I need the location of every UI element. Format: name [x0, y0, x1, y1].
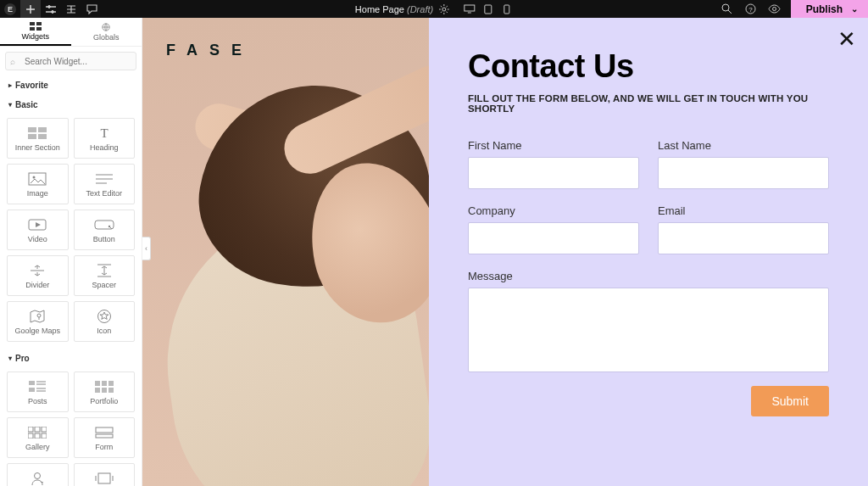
widget-image[interactable]: Image	[7, 164, 69, 204]
first-name-field[interactable]	[468, 157, 639, 189]
svg-text:?: ?	[748, 6, 753, 14]
svg-rect-37	[42, 427, 47, 432]
editor-canvas: FASE ‹ ✕ Contact Us FILL OUT THE FORM BE…	[142, 18, 868, 486]
svg-rect-11	[36, 22, 42, 25]
message-label: Message	[468, 270, 829, 282]
svg-point-9	[773, 8, 776, 11]
preview-icon[interactable]	[767, 4, 782, 14]
section-pro[interactable]: ▾Pro	[0, 349, 142, 368]
svg-rect-40	[42, 433, 47, 439]
tab-globals[interactable]: Globals	[71, 18, 142, 46]
topbar-center: Home Page (Draft)	[355, 4, 513, 14]
notes-button[interactable]	[81, 0, 102, 18]
svg-rect-16	[38, 127, 47, 132]
last-name-label: Last Name	[658, 139, 829, 152]
svg-rect-32	[95, 388, 100, 393]
company-field[interactable]	[468, 222, 639, 254]
finder-icon[interactable]	[720, 3, 735, 14]
contact-popup: ✕ Contact Us FILL OUT THE FORM BELOW, AN…	[429, 18, 868, 486]
publish-label: Publish	[806, 3, 843, 15]
widget-form[interactable]: Form	[74, 417, 136, 458]
responsive-icons	[464, 4, 513, 14]
svg-rect-42	[96, 434, 113, 438]
svg-rect-15	[28, 127, 36, 132]
email-field[interactable]	[658, 222, 829, 254]
chevron-down-icon[interactable]: ⌄	[851, 4, 858, 14]
svg-rect-33	[102, 388, 107, 393]
contact-subtitle: FILL OUT THE FORM BELOW, AND WE WILL GET…	[468, 93, 829, 114]
svg-rect-27	[29, 381, 35, 385]
company-label: Company	[468, 204, 639, 217]
widget-spacer[interactable]: Spacer	[74, 255, 136, 296]
svg-point-2	[442, 8, 446, 11]
svg-rect-20	[29, 173, 46, 185]
brand-logo: FASE	[166, 42, 253, 59]
widget-icon[interactable]: Icon	[74, 301, 136, 342]
tablet-icon[interactable]	[482, 4, 494, 14]
widget-divider[interactable]: Divider	[7, 255, 69, 296]
basic-widgets-grid: Inner Section THeading Image Text Editor…	[0, 115, 142, 349]
tab-widgets[interactable]: Widgets	[0, 18, 71, 46]
model-figure	[142, 18, 429, 486]
svg-rect-38	[28, 433, 33, 439]
section-basic[interactable]: ▾Basic	[0, 95, 142, 115]
widget-text-editor[interactable]: Text Editor	[74, 164, 136, 204]
widget-portfolio[interactable]: Portfolio	[74, 371, 136, 412]
email-label: Email	[658, 204, 829, 217]
svg-rect-17	[28, 134, 36, 139]
search-icon: ⌕	[10, 57, 15, 66]
widget-button[interactable]: Button	[74, 209, 136, 250]
mobile-icon[interactable]	[501, 4, 513, 14]
widget-inner-section[interactable]: Inner Section	[7, 118, 69, 159]
widgets-panel: Widgets Globals ⌕ ▸Favorite ▾Basic Inner…	[0, 18, 142, 486]
site-settings-button[interactable]	[41, 0, 61, 18]
svg-rect-39	[35, 433, 40, 439]
widget-slides[interactable]: Slides	[74, 463, 136, 486]
widget-heading[interactable]: THeading	[74, 118, 136, 159]
svg-point-6	[722, 4, 729, 11]
widget-posts[interactable]: Posts	[7, 371, 69, 412]
svg-rect-28	[29, 388, 35, 392]
widget-gallery[interactable]: Gallery	[7, 417, 69, 458]
section-favorite[interactable]: ▸Favorite	[0, 75, 142, 95]
svg-rect-13	[36, 27, 42, 31]
svg-text:T: T	[100, 126, 108, 140]
panel-collapse-handle[interactable]: ‹	[142, 237, 151, 260]
search-input[interactable]	[5, 52, 136, 70]
svg-rect-4	[485, 5, 492, 14]
message-field[interactable]	[468, 288, 829, 372]
topbar-right: ? Publish ⌄	[720, 0, 868, 18]
svg-point-21	[33, 176, 36, 178]
desktop-icon[interactable]	[464, 4, 476, 14]
add-element-button[interactable]	[20, 0, 41, 18]
topbar-left-group: E	[0, 0, 102, 18]
widget-login[interactable]: Login	[7, 463, 69, 486]
svg-rect-30	[102, 381, 107, 386]
publish-button[interactable]: Publish ⌄	[791, 0, 868, 18]
svg-point-43	[35, 472, 41, 478]
top-bar: E Home Page (Draft) ? Publish	[0, 0, 868, 18]
page-title: Home Page (Draft)	[355, 4, 433, 14]
svg-point-25	[37, 314, 41, 317]
widget-google-maps[interactable]: Goolge Maps	[7, 301, 69, 342]
tab-widgets-label: Widgets	[21, 32, 49, 41]
submit-button[interactable]: Submit	[751, 386, 829, 416]
svg-rect-18	[38, 134, 47, 139]
widget-video[interactable]: Video	[7, 209, 69, 250]
first-name-label: First Name	[468, 139, 639, 152]
help-icon[interactable]: ?	[743, 3, 759, 14]
last-name-field[interactable]	[658, 157, 829, 189]
svg-rect-41	[96, 427, 113, 433]
svg-rect-31	[108, 381, 114, 386]
tab-globals-label: Globals	[93, 33, 120, 42]
pro-widgets-grid: Posts Portfolio Gallery Form Login Slide…	[0, 368, 142, 486]
svg-rect-10	[30, 22, 35, 25]
svg-rect-12	[30, 27, 35, 31]
page-settings-icon[interactable]	[438, 4, 450, 14]
svg-rect-44	[98, 473, 110, 483]
close-icon[interactable]: ✕	[837, 26, 856, 53]
svg-rect-34	[108, 388, 114, 393]
elementor-logo[interactable]: E	[0, 0, 20, 18]
structure-button[interactable]	[61, 0, 81, 18]
svg-rect-35	[28, 427, 33, 432]
